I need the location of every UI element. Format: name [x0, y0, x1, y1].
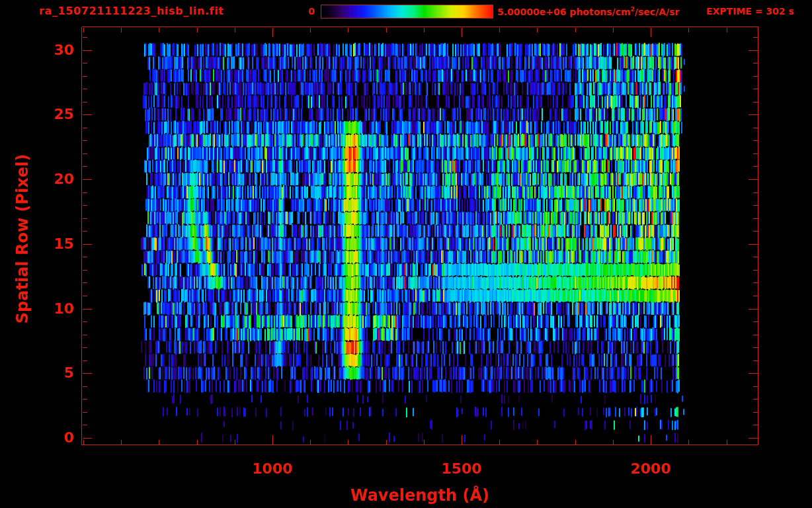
colorbar-units-suffix: /sec/A/sr [635, 7, 680, 17]
y-tick-label: 20 [28, 171, 74, 188]
y-tick-label: 5 [28, 364, 74, 382]
colorbar-min-label: 0 [296, 6, 315, 17]
spectrograph-viewer-window: ra_150721111223_hisb_lin.fit 0 5.00000e+… [0, 0, 812, 508]
y-tick-label: 15 [28, 235, 74, 253]
y-tick-label: 30 [28, 42, 74, 59]
x-axis-title: Wavelength (Å) [350, 486, 489, 505]
colorbar-max-value: 5.00000e+06 [497, 7, 566, 17]
colorbar [321, 5, 493, 19]
y-tick-label: 10 [28, 300, 74, 318]
file-title: ra_150721111223_hisb_lin.fit [39, 5, 223, 17]
spectral-image[interactable] [81, 26, 758, 444]
colorbar-max-label: 5.00000e+06 photons/cm2/sec/A/sr [497, 6, 679, 17]
y-tick-label: 25 [28, 106, 74, 123]
y-tick-label: 0 [28, 429, 74, 446]
colorbar-units: photons/cm [569, 7, 630, 17]
y-axis-title: Spatial Row (Pixel) [13, 154, 32, 323]
x-tick-label: 1000 [239, 460, 305, 477]
exptime-label: EXPTIME = 302 s [706, 6, 794, 17]
x-tick-label: 2000 [618, 460, 684, 477]
x-tick-label: 1500 [428, 460, 495, 477]
